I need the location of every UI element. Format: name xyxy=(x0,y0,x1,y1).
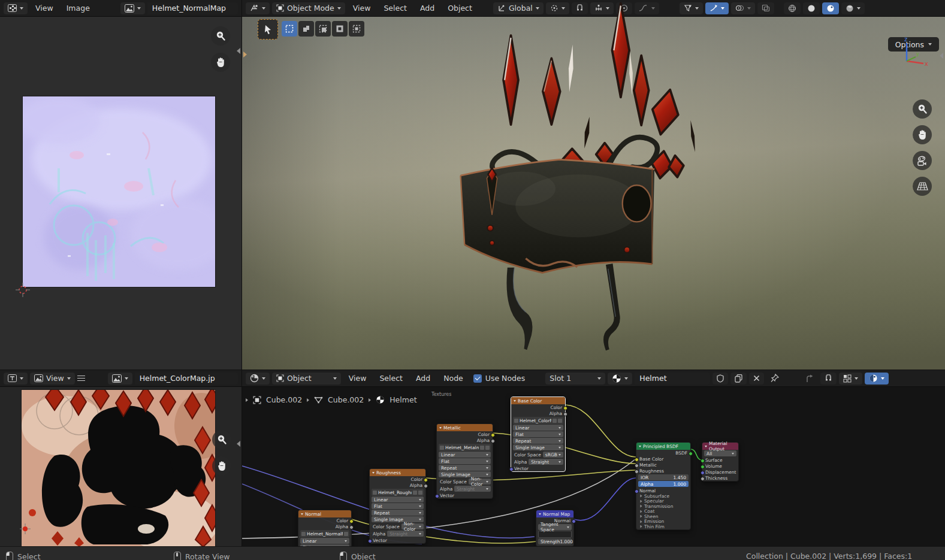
image-selector[interactable]: Helmet_Metalne... xyxy=(439,444,491,451)
pan-button-bottom[interactable] xyxy=(212,456,231,476)
node-metallic-texture[interactable]: Metallic Color Alpha Helmet_Metalne... L… xyxy=(436,423,493,499)
shader-type-select[interactable]: Object xyxy=(272,373,341,385)
section-thin-film[interactable]: Thin Film xyxy=(636,524,690,529)
select-box-new-button[interactable] xyxy=(282,21,297,37)
menu-add-shader[interactable]: Add xyxy=(410,372,436,385)
alpha-slider[interactable]: Alpha 1.000 xyxy=(638,481,689,487)
image-canvas-colormap[interactable] xyxy=(0,387,241,546)
menu-node-shader[interactable]: Node xyxy=(438,372,469,385)
node-normal-texture[interactable]: Normal Color Alpha Helmet_NormalM... Lin… xyxy=(298,510,352,546)
viewport-pan-button[interactable] xyxy=(913,125,932,144)
interpolation-select[interactable]: Linear xyxy=(513,425,563,431)
editor-type-button-shader[interactable] xyxy=(246,373,270,385)
input-vector[interactable]: Vector xyxy=(437,492,493,498)
snap-node-settings-select[interactable] xyxy=(839,373,862,385)
fake-user-button[interactable] xyxy=(712,373,728,385)
ior-slider[interactable]: IOR 1.450 xyxy=(638,474,689,480)
alpha-mode-select[interactable]: Straight xyxy=(529,459,563,465)
use-nodes-toggle[interactable]: Use Nodes xyxy=(473,374,525,383)
extension-select[interactable]: Repeat xyxy=(513,438,563,444)
material-datablock-button[interactable] xyxy=(608,373,632,385)
select-box-invert-button[interactable] xyxy=(332,21,348,37)
section-coat[interactable]: Coat xyxy=(636,509,690,514)
new-material-button[interactable] xyxy=(730,373,747,385)
camera-view-button[interactable] xyxy=(913,151,932,170)
section-subsurface[interactable]: Subsurface xyxy=(636,494,690,499)
go-parent-node-button[interactable] xyxy=(801,373,818,385)
input-vector[interactable]: Vector xyxy=(511,465,565,471)
editor-type-button[interactable] xyxy=(4,2,28,14)
display-mode-select[interactable]: View xyxy=(30,373,75,385)
input-surface[interactable]: Surface xyxy=(702,457,738,463)
output-alpha[interactable]: Alpha xyxy=(370,482,425,488)
space-select[interactable]: Tangent Space xyxy=(538,524,572,530)
image-selector[interactable]: Helmet_Roughn... xyxy=(372,489,424,496)
zoom-in-button-bottom[interactable] xyxy=(212,430,231,449)
output-alpha[interactable]: Alpha xyxy=(511,410,565,416)
collapse-viewport-icon[interactable] xyxy=(940,53,943,59)
output-alpha[interactable]: Alpha xyxy=(437,437,493,443)
output-color[interactable]: Color xyxy=(370,476,425,482)
collapse-region-icon[interactable] xyxy=(237,441,240,447)
fake-user-icon[interactable] xyxy=(413,491,417,495)
output-color[interactable]: Color xyxy=(298,517,351,523)
input-normal[interactable]: Normal xyxy=(636,488,690,494)
image-datablock-button[interactable] xyxy=(120,2,145,14)
pan-button[interactable] xyxy=(211,53,230,72)
projection-select[interactable]: Flat xyxy=(372,503,424,509)
interpolation-select[interactable]: Linear xyxy=(439,452,491,458)
axis-gizmo[interactable]: z x y xyxy=(901,36,928,72)
editor-type-button-bottom[interactable] xyxy=(4,373,28,385)
menu-view-shader[interactable]: View xyxy=(343,372,372,385)
unlink-icon[interactable] xyxy=(344,532,348,536)
viewport-zoom-button[interactable] xyxy=(913,99,932,119)
source-select[interactable]: Single Image xyxy=(513,444,563,450)
material-name-field[interactable]: Helmet xyxy=(635,373,710,385)
output-alpha[interactable]: Alpha xyxy=(298,523,351,529)
section-emission[interactable]: Emission xyxy=(636,519,690,525)
node-canvas[interactable]: Cube.002 Cube.002 Helmet Textures xyxy=(242,387,945,546)
viewport-canvas[interactable]: Options z x y xyxy=(242,17,945,370)
projection-select[interactable]: Flat xyxy=(439,458,491,464)
unlink-material-button[interactable] xyxy=(749,373,764,385)
fake-user-icon[interactable] xyxy=(480,446,484,450)
strength-slider[interactable]: Strength 1.000 xyxy=(538,538,572,544)
extension-select[interactable]: Repeat xyxy=(439,465,491,471)
output-normal[interactable]: Normal xyxy=(536,517,573,523)
unlink-icon[interactable] xyxy=(418,491,422,495)
unlink-icon[interactable] xyxy=(558,419,562,423)
section-sheen[interactable]: Sheen xyxy=(636,514,690,519)
image-selector[interactable]: Helmet_ColorMa... xyxy=(513,417,563,424)
color-space-select[interactable]: sRGB xyxy=(543,452,563,458)
select-box-subtract-button[interactable] xyxy=(315,21,331,37)
output-bsdf[interactable]: BSDF xyxy=(636,450,690,456)
select-box-extend-button[interactable] xyxy=(298,21,314,37)
breadcrumb-mesh[interactable]: Cube.002 xyxy=(328,395,364,404)
node-normal-map[interactable]: Normal Map Normal Tangent Space Strength… xyxy=(536,510,574,546)
extension-select[interactable]: Repeat xyxy=(372,510,424,516)
input-roughness[interactable]: Roughness xyxy=(636,468,690,474)
interpolation-select[interactable]: Linear xyxy=(372,497,424,503)
color-space-select[interactable]: Non-Color xyxy=(401,523,424,529)
unlink-icon[interactable] xyxy=(485,446,490,450)
image-name-field[interactable]: Helmet_NormalMap xyxy=(147,2,238,14)
material-slot-select[interactable]: Slot 1 xyxy=(545,373,605,385)
menu-hamburger-icon[interactable] xyxy=(77,376,85,382)
interpolation-select[interactable]: Linear xyxy=(300,538,349,544)
input-thickness[interactable]: Thickness xyxy=(702,475,738,481)
section-specular[interactable]: Specular xyxy=(636,499,690,504)
input-metallic[interactable]: Metallic xyxy=(636,462,690,468)
snap-node-toggle[interactable] xyxy=(820,373,837,385)
input-displacement[interactable]: Displacement xyxy=(702,469,738,475)
toggle-orthographic-button[interactable] xyxy=(913,177,932,196)
node-base-color-texture[interactable]: Base Color Color Alpha Helmet_ColorMa...… xyxy=(511,396,566,472)
input-volume[interactable]: Volume xyxy=(702,463,738,469)
menu-select-shader[interactable]: Select xyxy=(374,372,408,385)
output-color[interactable]: Color xyxy=(437,431,493,437)
projection-select[interactable]: Flat xyxy=(513,431,563,437)
input-base-color[interactable]: Base Color xyxy=(636,456,690,462)
breadcrumb-object[interactable]: Cube.002 xyxy=(266,395,302,404)
zoom-in-button[interactable] xyxy=(211,26,230,46)
tweak-tool-button[interactable] xyxy=(258,19,278,40)
image-datablock-button-bottom[interactable] xyxy=(108,373,132,385)
